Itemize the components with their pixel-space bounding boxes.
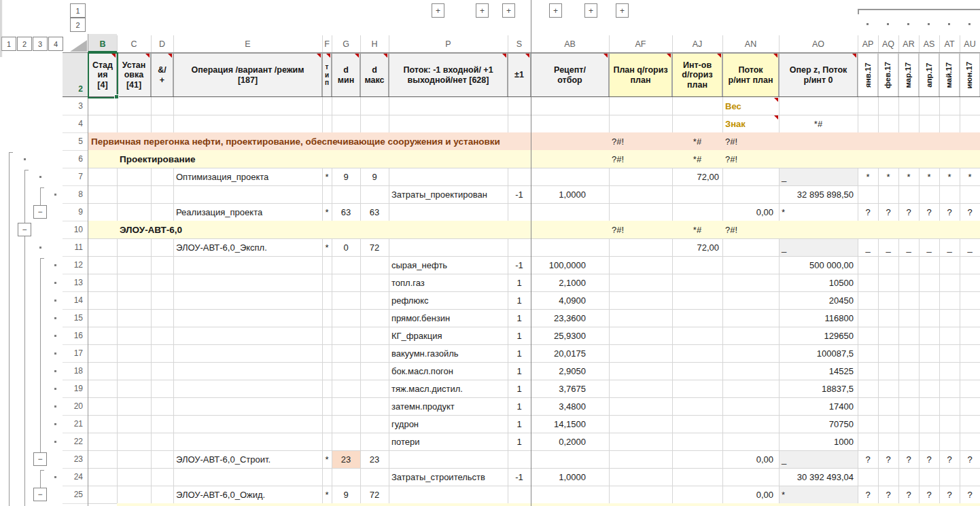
cell-AB19[interactable]: 3,7675 [531, 380, 609, 397]
column-header-AS[interactable]: AS [919, 34, 939, 52]
cell-AO4[interactable]: *# [779, 115, 858, 132]
cell-C2[interactable]: Устан овка [41] [117, 53, 151, 97]
row-header-9[interactable]: 9 [63, 203, 88, 221]
cell-S21[interactable]: 1 [508, 415, 531, 433]
cell-AT11[interactable]: _ [939, 238, 960, 256]
column-header-P[interactable]: P [389, 34, 508, 52]
cell-AT7[interactable]: * [939, 168, 960, 185]
row-header-25[interactable]: 25 [63, 486, 88, 503]
cell-AB20[interactable]: 3,4800 [531, 397, 609, 415]
cell-AB8[interactable]: 1,0000 [531, 185, 609, 203]
cell-S17[interactable]: 1 [508, 344, 531, 362]
cell-AB24[interactable]: 1,0000 [531, 468, 609, 486]
expand-column-group-button[interactable]: + [549, 3, 562, 18]
cell-P18[interactable]: бок.масл.погон [389, 362, 508, 380]
cell-AS7[interactable]: * [919, 168, 939, 185]
cell-S13[interactable]: 1 [508, 274, 531, 291]
cell-S14[interactable]: 1 [508, 291, 531, 309]
cell-P24[interactable]: Затраты_строительств [389, 468, 508, 486]
cell-AO20[interactable]: 17400 [779, 397, 858, 415]
cell-AB15[interactable]: 23,3600 [531, 309, 609, 327]
row-header-10[interactable]: 10 [63, 221, 88, 238]
row-header-11[interactable]: 11 [63, 238, 88, 256]
row-header-14[interactable]: 14 [63, 291, 88, 309]
row-header-5[interactable]: 5 [63, 132, 88, 150]
column-header-AP[interactable]: AP [858, 34, 878, 52]
cell-AP9[interactable]: ? [858, 203, 878, 221]
cell-S16[interactable]: 1 [508, 327, 531, 344]
cell-AJ10[interactable]: *# [672, 221, 722, 238]
cell-AR23[interactable]: ? [898, 450, 919, 468]
row-header-20[interactable]: 20 [63, 397, 88, 415]
cell-P14[interactable]: рефлюкс [389, 291, 508, 309]
cell-AF6[interactable]: ?#! [609, 150, 672, 168]
row-header-18[interactable]: 18 [63, 362, 88, 380]
cell-H7[interactable]: 9 [360, 168, 389, 185]
cell-P13[interactable]: топл.газ [389, 274, 508, 291]
row-header-17[interactable]: 17 [63, 344, 88, 362]
cell-AT25[interactable]: ? [939, 486, 960, 503]
cell-AO22[interactable]: 1000 [779, 433, 858, 450]
cell-P16[interactable]: КГ_фракция [389, 327, 508, 344]
cell-AO2[interactable]: Опер z, Поток р/инт 0 [779, 53, 858, 97]
cell-AO9[interactable]: * [779, 203, 858, 221]
expand-column-group-button[interactable]: + [584, 3, 597, 18]
cell-P21[interactable]: гудрон [389, 415, 508, 433]
cell-P20[interactable]: затемн.продукт [389, 397, 508, 415]
cell-P17[interactable]: вакуумн.газойль [389, 344, 508, 362]
cell-AO18[interactable]: 14525 [779, 362, 858, 380]
cell-AN9[interactable]: 0,00 [722, 203, 779, 221]
cell-E9[interactable]: Реализация_проекта [173, 203, 322, 221]
cell-AO21[interactable]: 70750 [779, 415, 858, 433]
column-header-AN[interactable]: AN [722, 34, 779, 52]
column-header-B[interactable]: B [88, 34, 117, 52]
cell-S24[interactable]: -1 [508, 468, 531, 486]
row-header-4[interactable]: 4 [63, 115, 88, 132]
cell-AN25[interactable]: 0,00 [722, 486, 779, 503]
cell-F7[interactable]: * [322, 168, 332, 185]
column-header-AR[interactable]: AR [898, 34, 919, 52]
row-header-23[interactable]: 23 [63, 450, 88, 468]
cell-S8[interactable]: -1 [508, 185, 531, 203]
cell-E23[interactable]: ЭЛОУ-АВТ-6,0_Строит. [173, 450, 322, 468]
column-header-H[interactable]: H [360, 34, 389, 52]
cell-AF2[interactable]: План q/гориз план [609, 53, 672, 97]
cell-S12[interactable]: -1 [508, 256, 531, 274]
cell-AP23[interactable]: ? [858, 450, 878, 468]
cell-AN5[interactable]: ?#! [722, 132, 779, 150]
cell-AR11[interactable]: _ [898, 238, 919, 256]
collapse-row-group-button-row9[interactable]: − [33, 205, 47, 219]
column-header-G[interactable]: G [332, 34, 360, 52]
cell-AO25[interactable]: * [779, 486, 858, 503]
cell-S2[interactable]: ±1 [508, 53, 531, 97]
cell-AO23[interactable]: _ [779, 450, 858, 468]
row-header-2[interactable]: 2 [63, 53, 88, 97]
cell-AJ11[interactable]: 72,00 [672, 238, 722, 256]
cell-AU9[interactable]: ? [960, 203, 980, 221]
cell-AJ7[interactable]: 72,00 [672, 168, 722, 185]
cell-AB13[interactable]: 2,1000 [531, 274, 609, 291]
cell-P19[interactable]: тяж.масл.дистил. [389, 380, 508, 397]
cell-H11[interactable]: 72 [360, 238, 389, 256]
collapse-row-group-button-row23[interactable]: − [33, 452, 47, 466]
row-header-19[interactable]: 19 [63, 380, 88, 397]
collapse-row-group-button-row10[interactable]: − [18, 223, 31, 236]
cell-S18[interactable]: 1 [508, 362, 531, 380]
column-header-D[interactable]: D [151, 34, 173, 52]
cell-F2[interactable]: т и п [322, 53, 332, 97]
cell-AS9[interactable]: ? [919, 203, 939, 221]
cell-AN23[interactable]: 0,00 [722, 450, 779, 468]
cell-AO12[interactable]: 500 000,00 [779, 256, 858, 274]
cell-F9[interactable]: * [322, 203, 332, 221]
cell-H23[interactable]: 23 [360, 450, 389, 468]
row-outline-level-3-button[interactable]: 3 [33, 37, 48, 51]
cell-AP7[interactable]: * [858, 168, 878, 185]
cell-P12[interactable]: сырая_нефть [389, 256, 508, 274]
cell-AR9[interactable]: ? [898, 203, 919, 221]
cell-P8[interactable]: Затраты_проектирован [389, 185, 508, 203]
cell-AO13[interactable]: 10500 [779, 274, 858, 291]
cell-S15[interactable]: 1 [508, 309, 531, 327]
row-outline-level-4-button[interactable]: 4 [48, 37, 63, 51]
cell-D2[interactable]: &/ + [151, 53, 173, 97]
cell-AP11[interactable]: _ [858, 238, 878, 256]
